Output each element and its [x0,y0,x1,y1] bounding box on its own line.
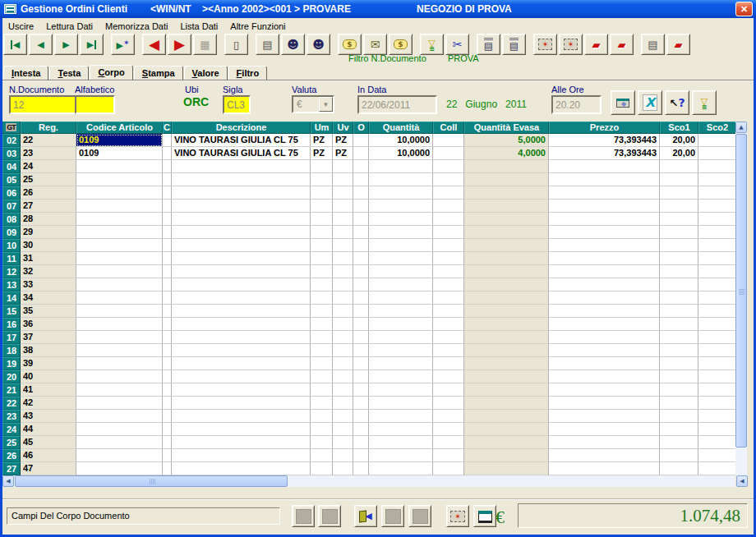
cell-coll[interactable] [433,278,464,291]
cell-cod[interactable] [76,436,163,449]
cell-um[interactable] [311,305,333,318]
cut-button[interactable]: ✂ [445,34,469,55]
cell-evasa[interactable] [464,265,549,278]
cell-sco1[interactable] [660,213,698,226]
cell-qta[interactable] [369,226,433,239]
cell-evasa[interactable] [464,383,549,397]
cell-c1[interactable] [163,160,172,173]
cell-o[interactable] [353,200,369,213]
cell-cod[interactable] [76,462,163,475]
cell-c1[interactable] [163,357,172,370]
blank-button-2[interactable] [318,505,341,527]
cell-desc[interactable]: VINO TAURASI GIULIA CL 75 [172,134,311,147]
menu-item-lista-dati[interactable]: Lista Dati [174,20,224,33]
cell-um[interactable] [311,252,333,265]
cell-desc[interactable] [172,331,311,344]
row-number-cell[interactable]: 04 [2,160,21,173]
cell-reg[interactable]: 25 [21,173,76,186]
last-record-button[interactable]: ▶ [80,34,104,55]
cell-prezzo[interactable]: 73,393443 [549,134,660,147]
cell-sco1[interactable] [660,449,698,462]
cell-qta[interactable]: 10,0000 [369,147,433,160]
cell-evasa[interactable]: 5,0000 [464,134,549,147]
cell-reg[interactable]: 36 [21,318,76,331]
cell-coll[interactable] [433,265,464,278]
cell-cod[interactable]: 0109 [76,147,163,160]
cell-desc[interactable] [172,265,311,278]
cell-um[interactable] [311,226,333,239]
cell-sco2[interactable] [698,265,736,278]
filter-button[interactable]: ▽ [420,34,444,55]
cell-sco2[interactable] [698,160,736,173]
cell-o[interactable] [353,226,369,239]
cell-sco2[interactable] [698,291,736,305]
cell-sco2[interactable] [698,173,736,186]
cell-sco2[interactable] [698,147,736,160]
row-number-cell[interactable]: 18 [2,344,21,357]
cell-coll[interactable] [433,200,464,213]
cell-desc[interactable] [172,239,311,252]
cell-sco1[interactable] [660,344,698,357]
customer-alt-button[interactable]: ☻ [307,34,330,55]
mail-money-button[interactable]: ✉ [363,34,387,55]
cell-evasa[interactable] [464,318,549,331]
cell-uv[interactable] [333,239,353,252]
cell-o[interactable] [353,383,369,397]
cell-cod[interactable] [76,397,163,410]
cell-o[interactable] [353,462,369,475]
cell-c1[interactable] [163,147,172,160]
cell-um[interactable] [311,265,333,278]
cell-o[interactable] [353,173,369,186]
cell-c1[interactable] [163,344,172,357]
cell-um[interactable] [311,357,333,370]
cell-qta[interactable] [369,305,433,318]
cell-c1[interactable] [163,383,172,397]
cell-qta[interactable] [369,410,433,423]
cell-sco2[interactable] [698,252,736,265]
cell-um[interactable] [311,278,333,291]
cell-sco2[interactable] [698,436,736,449]
cell-desc[interactable] [172,226,311,239]
row-number-cell[interactable]: 06 [2,186,21,200]
cell-prezzo[interactable] [549,383,660,397]
cell-sco2[interactable] [698,397,736,410]
cell-c1[interactable] [163,370,172,383]
row-number-cell[interactable]: 24 [2,423,21,436]
cell-coll[interactable] [433,291,464,305]
cell-sco1[interactable] [660,252,698,265]
grid-corner-cell[interactable]: GT [2,122,21,134]
cell-sco2[interactable] [698,200,736,213]
cell-reg[interactable]: 29 [21,226,76,239]
row-number-cell[interactable]: 11 [2,252,21,265]
cell-coll[interactable] [433,147,464,160]
cell-uv[interactable] [333,252,353,265]
cell-prezzo[interactable] [549,449,660,462]
cell-uv[interactable] [333,410,353,423]
cell-o[interactable] [353,397,369,410]
cell-c1[interactable] [163,436,172,449]
cell-sco2[interactable] [698,318,736,331]
cell-qta[interactable] [369,160,433,173]
cell-uv[interactable] [333,305,353,318]
menu-item-uscire[interactable]: Uscire [2,20,40,33]
cell-sco1[interactable] [660,357,698,370]
pos-terminal-button[interactable] [611,90,635,115]
cell-c1[interactable] [163,173,172,186]
cell-qta[interactable] [369,462,433,475]
first-record-button[interactable]: ◀ [3,34,27,55]
vertical-scroll-thumb[interactable] [735,134,747,448]
cell-cod[interactable]: 0109 [76,134,163,147]
cell-qta[interactable] [369,213,433,226]
cell-cod[interactable] [76,291,163,305]
cell-desc[interactable] [172,200,311,213]
cell-o[interactable] [353,213,369,226]
cell-reg[interactable]: 45 [21,436,76,449]
new-record-button[interactable]: ▶ [111,34,135,55]
cell-um[interactable] [311,186,333,200]
row-number-cell[interactable]: 13 [2,278,21,291]
cell-um[interactable] [311,397,333,410]
cell-o[interactable] [353,239,369,252]
cell-coll[interactable] [433,186,464,200]
cell-uv[interactable] [333,318,353,331]
cell-coll[interactable] [433,344,464,357]
